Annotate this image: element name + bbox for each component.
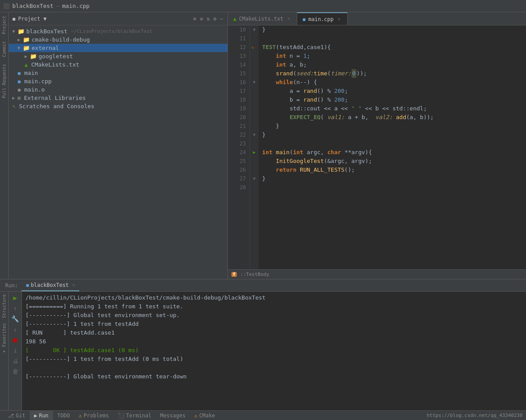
code-line-23 <box>262 139 522 148</box>
tree-root[interactable]: ▼ 📁 blackBoxTest ~/CLionProjects/blackBo… <box>9 27 227 35</box>
tab-cmake-close[interactable]: ✕ <box>286 15 291 22</box>
code-line-28 <box>262 183 522 192</box>
gutter-12: ↻ ✕ <box>250 43 259 52</box>
bottom-tab-bar: Run: ◼ blackBoxTest ✕ <box>0 279 526 292</box>
status-git[interactable]: ⎇ Git <box>4 411 30 420</box>
run-status-icon: ▶ <box>34 413 37 419</box>
gutter-16[interactable]: ▼ <box>250 78 259 87</box>
tab-cmake-label: CMakeLists.txt <box>239 16 283 22</box>
output-line-6: [ OK ] testAdd.case1 (0 ms) <box>25 346 522 355</box>
tab-cmake[interactable]: ▲ CMakeLists.txt ✕ <box>228 12 297 25</box>
status-problems[interactable]: ⚠ Problems <box>75 411 114 420</box>
gutter-18 <box>250 95 259 104</box>
gutter-27[interactable]: ▼ <box>250 174 259 183</box>
trash-btn[interactable]: 🗑 <box>11 367 20 376</box>
run-output: /home/cillin/CLionProjects/blackBoxTest/… <box>22 292 526 410</box>
tree-item-ext-libs[interactable]: ▶ ▦ External Libraries <box>9 94 227 102</box>
run-btn[interactable]: ▶ <box>11 293 20 302</box>
sidebar-tab-pull-requests[interactable]: Pull Requests <box>1 60 7 102</box>
code-line-24: int main(int argc, char **argv){ <box>262 148 522 157</box>
tree-item-external[interactable]: ▼ 📁 external <box>9 44 227 52</box>
run-tab-close[interactable]: ✕ <box>72 282 75 288</box>
sidebar-tab-project[interactable]: Project <box>1 12 7 38</box>
tree-arrow-root: ▼ <box>12 29 15 34</box>
wrench-btn[interactable]: 🔧 <box>11 314 20 323</box>
tree-label-main-o: main.o <box>24 86 45 93</box>
cpp-icon-main-cpp: ◼ <box>18 78 21 85</box>
code-line-17: a = rand() % 200; <box>262 87 522 95</box>
stop-btn[interactable]: ■ <box>11 335 20 344</box>
favorites-tab[interactable]: ★ Favorites <box>1 321 7 357</box>
tab-cpp-icon: ◼ <box>302 16 306 22</box>
status-cmake[interactable]: ⚠ CMake <box>190 411 219 420</box>
status-terminal-label: Terminal <box>126 413 152 419</box>
status-cmake-label: CMake <box>199 413 215 419</box>
sidebar-tabs: Project Commit Pull Requests <box>0 12 9 279</box>
tree-item-googletest[interactable]: ▶ 📁 googletest <box>9 52 227 60</box>
code-line-19: std::cout << a << " " << b << std::endl; <box>262 104 522 113</box>
status-run[interactable]: ▶ Run <box>30 411 53 420</box>
tree-item-cmake-build[interactable]: ▶ 📁 cmake-build-debug <box>9 35 227 44</box>
code-line-21: } <box>262 122 522 131</box>
gutter-11 <box>250 34 259 43</box>
tree-arrow-external: ▼ <box>18 46 20 50</box>
tree-item-scratches[interactable]: ✎ Scratches and Consoles <box>9 102 227 110</box>
file-name: main.cpp <box>62 3 90 9</box>
bottom-sidebar: Structure ★ Favorites <box>0 292 9 410</box>
sort-icon[interactable]: ⇅ <box>206 15 210 23</box>
bottom-tab-run[interactable]: ◼ blackBoxTest ✕ <box>21 279 80 291</box>
tab-main-cpp-label: main.cpp <box>308 16 334 22</box>
gutter-15 <box>250 69 259 78</box>
tab-bar: ▲ CMakeLists.txt ✕ ◼ main.cpp ✕ <box>228 12 526 25</box>
panel-header-icons: ⊕ ≡ ⇅ ⚙ — <box>192 15 224 23</box>
tree-item-main-o[interactable]: ◼ main.o <box>9 85 227 94</box>
run-tab-icon: ◼ <box>26 282 29 288</box>
structure-tab[interactable]: Structure <box>1 292 7 321</box>
status-todo-label: TODO <box>57 413 70 419</box>
gutter-21 <box>250 122 259 131</box>
run-label: Run: <box>2 282 21 289</box>
rerun-up-btn[interactable]: ↑ <box>11 304 20 313</box>
status-messages[interactable]: Messages <box>156 411 190 420</box>
locate-icon[interactable]: ⊕ <box>192 15 197 23</box>
scratch-icon: ✎ <box>12 103 15 109</box>
output-line-9: [-----------] Global test environment te… <box>25 372 522 381</box>
tree-label-external: external <box>32 45 59 51</box>
gutter-22[interactable]: ▼ <box>250 131 259 139</box>
code-area[interactable]: } TEST(testAdd, case1){ int n = 1; int a… <box>259 25 526 269</box>
folder-icon-googletest: 📁 <box>30 53 37 60</box>
code-line-20: EXPECT_EQ( val1: a + b, val2: add(a, b))… <box>262 113 522 122</box>
tree-label-main: main <box>24 70 38 76</box>
status-git-label: Git <box>16 413 25 419</box>
code-line-12: TEST(testAdd, case1){ <box>262 43 522 52</box>
tree-arrow-cmake-build: ▶ <box>18 37 20 42</box>
tree-item-cmakelists[interactable]: ▲ CMakeLists.txt <box>9 60 227 69</box>
tree-label-main-cpp: main.cpp <box>24 78 52 85</box>
file-tree-panel: ◼ Project ▼ ⊕ ≡ ⇅ ⚙ — ▼ 📁 blackBoxTest ~… <box>9 12 228 279</box>
collapse-icon[interactable]: ≡ <box>199 15 204 23</box>
gutter-28 <box>250 183 259 192</box>
warning-icon: ⚠ <box>79 413 82 419</box>
status-terminal[interactable]: ⬛ Terminal <box>114 411 156 420</box>
title-bar: blackBoxTest – main.cpp <box>0 0 526 12</box>
output-line-0: /home/cillin/CLionProjects/blackBoxTest/… <box>25 293 522 302</box>
tree-item-main[interactable]: ◼ main <box>9 69 227 77</box>
gutter-20 <box>250 113 259 122</box>
tree-item-main-cpp[interactable]: ◼ main.cpp <box>9 77 227 85</box>
tab-main-cpp[interactable]: ◼ main.cpp ✕ <box>297 12 348 25</box>
down-btn[interactable]: ↓ <box>11 325 20 334</box>
minimize-icon[interactable]: — <box>219 15 224 23</box>
main-area: Project Commit Pull Requests ◼ Project ▼… <box>0 12 526 279</box>
status-problems-label: Problems <box>84 413 109 419</box>
obj-icon-main-o: ◼ <box>18 87 21 93</box>
gutter-19 <box>250 104 259 113</box>
gutter-10[interactable]: ▼ <box>250 25 259 34</box>
output-line-4: [ RUN ] testAdd.case1 <box>25 328 522 337</box>
settings-icon[interactable]: ⚙ <box>213 15 217 23</box>
tab-main-cpp-close[interactable]: ✕ <box>336 16 342 22</box>
status-messages-label: Messages <box>160 413 185 419</box>
print-btn[interactable]: 🖨 <box>11 356 20 365</box>
scroll-btn[interactable]: ⤓ <box>11 346 20 355</box>
status-todo[interactable]: TODO <box>53 411 75 420</box>
sidebar-tab-commit[interactable]: Commit <box>1 38 7 60</box>
